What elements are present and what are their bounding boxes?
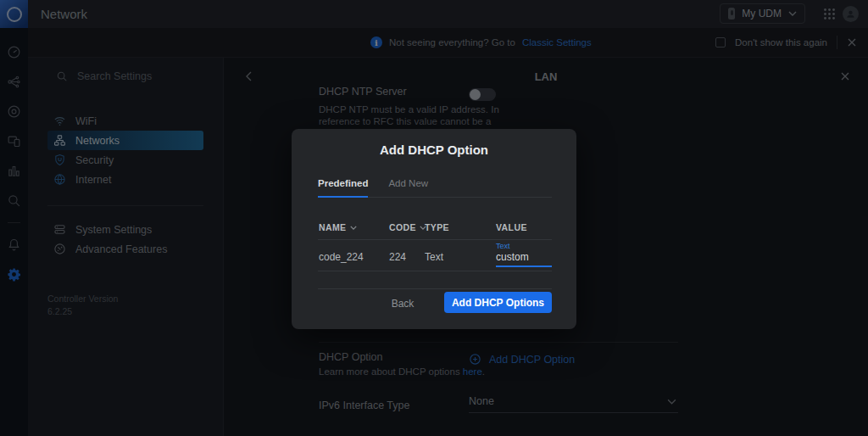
unifi-network-app: Network My UDM Not seeing everything? Go… (0, 0, 868, 436)
cell-code: 224 (389, 251, 406, 263)
column-header-code[interactable]: CODE (389, 222, 426, 232)
modal-footer-divider (318, 288, 552, 289)
cell-type: Text (425, 251, 443, 263)
value-field-label: Text (496, 242, 510, 250)
add-dhcp-option-modal: Add DHCP Option Predefined Add New NAME … (292, 129, 576, 329)
modal-tabs: Predefined Add New (318, 178, 552, 198)
table-row[interactable]: code_224 224 Text Text (318, 240, 552, 271)
column-label: CODE (389, 222, 416, 232)
column-header-value: VALUE (496, 222, 527, 232)
column-header-type: TYPE (425, 222, 449, 232)
column-header-name[interactable]: NAME (319, 222, 357, 232)
tab-add-new[interactable]: Add New (388, 178, 428, 197)
sort-chevron-icon (350, 226, 357, 230)
table-header: NAME CODE TYPE VALUE (318, 219, 552, 239)
back-button[interactable]: Back (377, 294, 428, 313)
column-label: VALUE (496, 222, 527, 232)
cell-name: code_224 (319, 251, 364, 263)
column-label: TYPE (425, 222, 449, 232)
column-label: NAME (319, 222, 347, 232)
add-dhcp-options-button[interactable]: Add DHCP Options (444, 292, 552, 313)
dhcp-value-input[interactable] (496, 251, 552, 267)
tab-predefined[interactable]: Predefined (318, 178, 368, 197)
cell-value: Text (496, 240, 552, 271)
modal-title: Add DHCP Option (292, 143, 576, 157)
